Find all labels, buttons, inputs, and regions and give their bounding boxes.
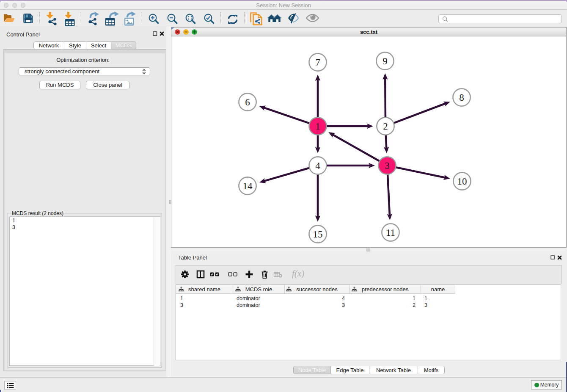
svg-text:8: 8 — [459, 92, 464, 103]
svg-text:15: 15 — [313, 229, 323, 240]
svg-text:1: 1 — [315, 121, 320, 132]
svg-text:7: 7 — [315, 57, 320, 68]
svg-text:11: 11 — [386, 227, 395, 238]
svg-text:6: 6 — [245, 97, 250, 108]
svg-text:14: 14 — [243, 181, 253, 191]
svg-text:10: 10 — [457, 176, 467, 187]
svg-text:2: 2 — [383, 121, 388, 132]
svg-text:3: 3 — [385, 160, 390, 171]
svg-text:4: 4 — [315, 160, 320, 171]
svg-text:9: 9 — [383, 56, 388, 66]
